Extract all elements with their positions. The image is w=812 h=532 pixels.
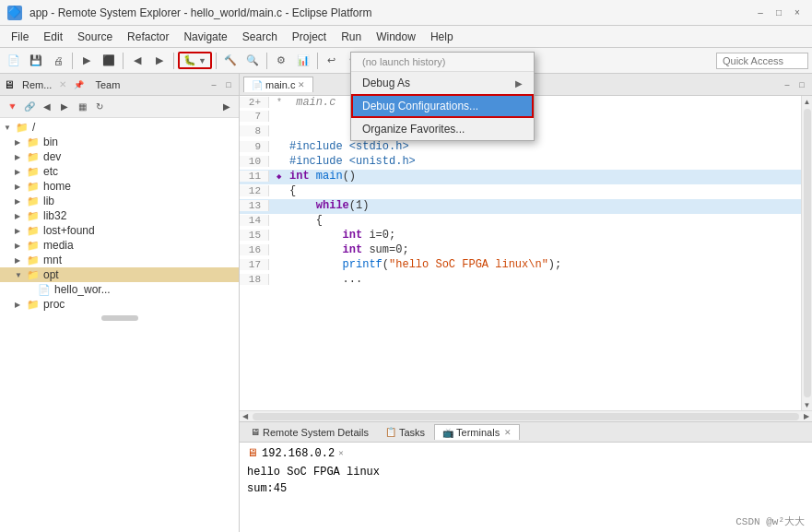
lib32-label: lib32 [43,209,66,222]
line-code-13: while(1) [289,199,801,212]
remote-details-icon: 🖥 [251,427,260,437]
editor-maximize[interactable]: □ [795,78,808,91]
tree-lib32[interactable]: ▶ 📁 lib32 [0,208,239,223]
nav-back-btn[interactable]: ◀ [39,99,55,115]
bottom-tab-tasks[interactable]: 📋 Tasks [378,425,432,440]
refresh-tree-btn[interactable]: ↻ [91,99,108,115]
menu-edit[interactable]: Edit [36,29,70,45]
menu-run[interactable]: Run [334,29,369,45]
collapse-all-btn[interactable]: 🔻 [4,99,20,115]
line-num-11: 11 [240,171,269,182]
new-file-btn[interactable]: 📄 [4,51,24,71]
tree-root[interactable]: ▼ 📁 / [0,120,239,135]
tree-media[interactable]: ▶ 📁 media [0,238,239,253]
terminal-line-2: sum:45 [247,480,736,497]
bottom-tab-terminals[interactable]: 📺 Terminals ✕ [434,424,520,440]
tree-hello-wor[interactable]: ▶ 📄 hello_wor... [0,282,239,297]
editor-tab-main[interactable]: 📄 main.c ✕ [243,77,313,92]
line-num-10: 10 [240,156,269,167]
tree-hscroll-thumb[interactable] [101,315,138,321]
tree-expand-btn[interactable]: ▶ [218,99,235,115]
debug-run-button[interactable]: 🐛 ▼ [178,52,212,69]
hscroll-track [253,413,799,420]
debug-as-item[interactable]: Debug As ▶ [351,72,534,94]
menu-refactor[interactable]: Refactor [120,29,176,45]
code-line-15: 15 int i=0; [240,229,801,243]
nav-fwd-btn[interactable]: ▶ [56,99,73,115]
maximize-panel-btn[interactable]: □ [222,78,235,91]
hw-icon: 📄 [37,283,52,296]
terminal-addr-close[interactable]: ✕ [338,448,343,458]
menu-file[interactable]: File [4,29,36,45]
media-label: media [43,239,74,252]
lib32-arrow: ▶ [15,212,26,220]
separator-1 [72,53,73,69]
debug-configs-item[interactable]: Debug Configurations... [351,94,534,118]
line-num-17: 17 [240,259,269,270]
root-label: / [32,121,35,134]
hscroll-right-btn[interactable]: ▶ [801,411,812,422]
code-line-9: 9 #include <stdio.h> [240,140,801,155]
tab-close-btn[interactable]: ✕ [298,80,305,89]
window-controls: – □ × [753,6,805,20]
menu-source[interactable]: Source [70,29,120,45]
menu-search[interactable]: Search [235,29,285,45]
tree-bin[interactable]: ▶ 📁 bin [0,135,239,149]
tree-etc[interactable]: ▶ 📁 etc [0,164,239,179]
quick-access-input[interactable] [716,53,808,69]
back-btn[interactable]: ◀ [127,51,147,71]
tree-proc[interactable]: ▶ 📁 proc [0,297,239,312]
bottom-tab-remote-details[interactable]: 🖥 Remote System Details [243,425,376,440]
print-btn[interactable]: 🖨 [48,51,68,71]
build-btn[interactable]: 🔨 [220,51,241,71]
menu-navigate[interactable]: Navigate [176,29,234,45]
search-btn[interactable]: 🔍 [242,51,263,71]
editor-minimize[interactable]: – [781,78,794,91]
horizontal-scrollbar: ◀ ▶ [240,410,812,421]
expand-all-btn[interactable]: ▦ [74,99,90,115]
line-num-13: 13 [240,200,269,211]
tree-mnt[interactable]: ▶ 📁 mnt [0,253,239,267]
watermark-text: CSDN @w²大大 [736,516,805,527]
remote-explorer-tab[interactable]: Rem... [18,78,55,91]
menu-project[interactable]: Project [285,29,334,45]
vscroll-down-btn[interactable]: ▼ [802,399,813,410]
etc-arrow: ▶ [15,168,26,176]
tree-lib[interactable]: ▶ 📁 lib [0,194,239,208]
lib-label: lib [43,195,54,207]
vscroll-up-btn[interactable]: ▲ [802,96,813,107]
tree-dev[interactable]: ▶ 📁 dev [0,149,239,164]
file-tree: ▼ 📁 / ▶ 📁 bin ▶ 📁 dev ▶ 📁 etc ▶ 📁 [0,118,239,532]
tree-home[interactable]: ▶ 📁 home [0,179,239,194]
minimize-panel-btn[interactable]: – [207,78,220,91]
menu-window[interactable]: Window [369,29,423,45]
debug-as-arrow: ▶ [515,78,523,89]
tree-toolbar: 🔻 🔗 ◀ ▶ ▦ ↻ ▶ [0,96,239,118]
view-btn[interactable]: 📊 [293,51,313,71]
left-panel: 🖥 Rem... ✕ 📌 Team – □ 🔻 🔗 ◀ ▶ ▦ ↻ ▶ [0,74,240,532]
code-editor[interactable]: 2+ * main.c 7 8 9 #include <st [240,96,801,410]
maximize-button[interactable]: □ [771,6,786,20]
proc-arrow: ▶ [15,301,26,309]
undo-btn[interactable]: ↩ [322,51,342,71]
debug-dropdown-arrow[interactable]: ▼ [198,56,206,65]
tree-opt[interactable]: ▼ 📁 opt [0,267,239,282]
menu-help[interactable]: Help [423,29,461,45]
minimize-button[interactable]: – [753,6,768,20]
terminals-close[interactable]: ✕ [504,428,512,437]
link-editor-btn[interactable]: 🔗 [21,99,38,115]
perspective-btn[interactable]: ⚙ [271,51,291,71]
organize-fav-item[interactable]: Organize Favorites... [351,118,534,140]
editor-panel: 📄 main.c ✕ – □ 2+ * main.c 7 [240,74,812,532]
vertical-scrollbar[interactable]: ▲ ▼ [801,96,812,410]
hscroll-left-btn[interactable]: ◀ [240,411,251,422]
close-button[interactable]: × [790,6,805,20]
team-tab[interactable]: Team [91,78,124,91]
bin-icon: 📁 [26,136,41,148]
fwd-btn[interactable]: ▶ [149,51,170,71]
save-btn[interactable]: 💾 [26,51,46,71]
run-btn[interactable]: ▶ [76,51,97,71]
tree-lostfound[interactable]: ▶ 📁 lost+found [0,223,239,238]
terminal-ip-icon: 🖥 [247,446,258,460]
stop-btn[interactable]: ⬛ [99,51,119,71]
